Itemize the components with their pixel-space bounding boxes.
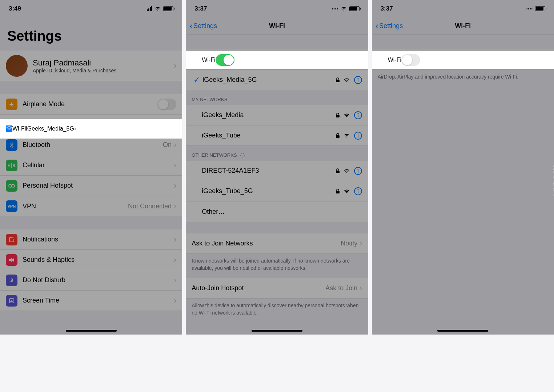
notifications-label: Notifications [23,236,174,243]
svg-rect-18 [336,171,340,173]
wifi-value: iGeeks_Media_5G [26,125,74,132]
auto-join-value: Ask to Join [325,284,357,292]
wifi-off-footer: AirDrop, AirPlay and improved location a… [372,70,554,87]
vpn-icon: VPN [6,200,17,212]
chevron-right-icon: › [174,61,176,71]
other-networks-header: OTHER NETWORKS [186,146,368,161]
home-indicator[interactable] [66,330,117,332]
wifi-icon [154,6,161,11]
watermark: www.deuaq.com [552,165,554,196]
wifi-row[interactable]: Wi-Fi iGeeks_Media_5G › [0,119,182,139]
svg-rect-12 [358,115,358,117]
svg-point-1 [12,184,15,187]
wifi-label: Wi-Fi [12,125,26,132]
vpn-value: Not Connected [128,203,172,210]
svg-point-7 [357,78,358,79]
svg-rect-8 [358,79,358,82]
chevron-right-icon: › [174,235,176,244]
back-button[interactable]: ‹Settings [376,20,403,32]
spinner-icon [240,153,245,158]
connected-network-row[interactable]: ✓ iGeeks_Media_5G [186,70,368,90]
lock-icon [336,77,340,83]
chevron-left-icon: ‹ [189,20,193,32]
chevron-right-icon: › [360,284,362,293]
chevron-right-icon: › [174,201,176,211]
other-label: Other… [202,208,362,216]
wifi-toggle-row[interactable]: Wi-Fi [372,51,554,69]
status-time: 3:37 [194,5,207,12]
svg-rect-9 [336,115,340,117]
notifications-icon [6,234,17,245]
avatar [6,55,28,77]
sounds-label: Sounds & Haptics [23,256,174,264]
svg-rect-16 [358,135,358,138]
screentime-label: Screen Time [23,297,174,304]
svg-rect-22 [336,191,340,193]
vpn-label: VPN [23,203,128,210]
chevron-right-icon: › [174,276,176,285]
svg-rect-21 [358,170,358,173]
info-icon[interactable] [354,167,362,175]
notifications-row[interactable]: Notifications › [0,229,182,250]
chevron-right-icon: › [174,161,176,170]
home-indicator[interactable] [252,330,302,332]
sounds-icon [6,254,17,266]
cellular-row[interactable]: Cellular › [0,155,182,176]
status-icons [147,6,173,11]
hotspot-row[interactable]: Personal Hotspot › [0,176,182,196]
status-icons: •••• [526,6,545,11]
ask-to-join-row[interactable]: Ask to Join Networks Notify › [186,233,368,254]
airplane-mode-row[interactable]: Airplane Mode [0,94,182,115]
svg-point-15 [357,133,358,135]
auto-join-label: Auto-Join Hotspot [192,284,325,292]
chevron-right-icon: › [174,140,176,150]
back-button[interactable]: ‹Settings [189,20,217,32]
chevron-right-icon: › [174,181,176,191]
chevron-left-icon: ‹ [376,20,379,32]
network-row[interactable]: iGeeks_Media [186,105,368,125]
lock-icon [336,113,340,118]
profile-name: Suraj Padmasali [33,58,174,68]
chevron-right-icon: › [74,125,76,132]
info-icon[interactable] [354,131,362,140]
bluetooth-icon [6,139,17,151]
svg-rect-5 [336,80,340,82]
wifi-toggle[interactable] [401,54,420,66]
battery-icon [349,6,360,11]
dnd-icon [6,275,17,286]
wifi-signal-icon [344,113,350,118]
wifi-toggle[interactable] [216,54,234,66]
status-time: 3:37 [381,5,393,12]
airplane-icon [6,99,17,110]
ask-to-join-footer: Known networks will be joined automatica… [186,254,368,278]
airplane-toggle[interactable] [157,99,176,110]
ask-to-join-label: Ask to Join Networks [192,240,341,247]
network-row[interactable]: iGeeks_Tube_5G [186,181,368,201]
info-icon[interactable] [354,111,362,120]
dnd-row[interactable]: Do Not Disturb › [0,270,182,291]
hotspot-icon [6,180,17,192]
home-indicator[interactable] [437,330,488,332]
svg-point-17 [241,153,244,157]
wifi-settings-icon [6,125,12,132]
svg-point-3 [12,237,14,239]
auto-join-hotspot-row[interactable]: Auto-Join Hotspot Ask to Join › [186,278,368,299]
hotspot-label: Personal Hotspot [23,182,174,189]
network-name: iGeeks_Tube_5G [202,187,335,195]
svg-point-20 [357,169,358,170]
network-row[interactable]: iGeeks_Tube [186,125,368,146]
wifi-signal-icon [344,168,350,173]
wifi-toggle-row[interactable]: Wi-Fi [186,51,368,69]
network-row[interactable]: DIRECT-524A1EF3 [186,161,368,181]
info-icon[interactable] [354,187,362,196]
bluetooth-label: Bluetooth [23,141,163,149]
vpn-row[interactable]: VPN VPN Not Connected › [0,196,182,216]
info-icon[interactable] [354,76,362,84]
other-network-row[interactable]: Other… [186,201,368,222]
apple-id-row[interactable]: Suraj Padmasali Apple ID, iCloud, Media … [0,51,182,81]
cellular-icon [6,160,17,171]
chevron-right-icon: › [360,239,362,248]
airplane-label: Airplane Mode [23,100,157,108]
screentime-row[interactable]: Screen Time › [0,291,182,311]
sounds-row[interactable]: Sounds & Haptics › [0,250,182,270]
